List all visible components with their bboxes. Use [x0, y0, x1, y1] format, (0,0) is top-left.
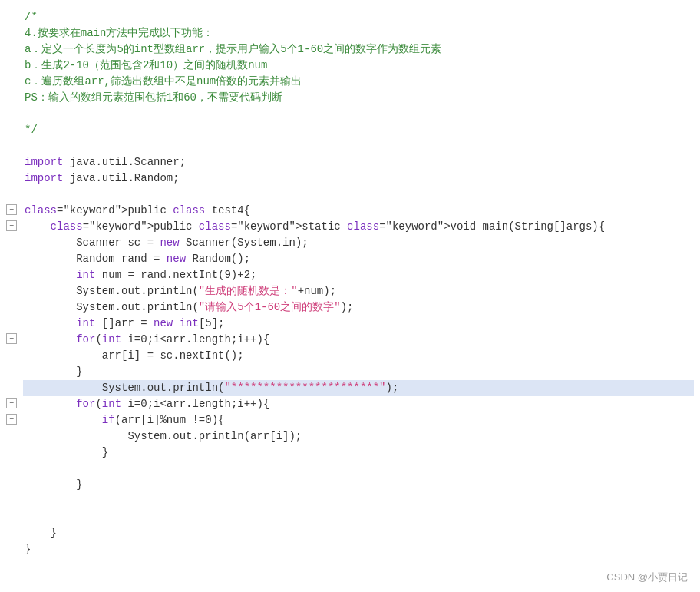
watermark: CSDN @小贾日记: [606, 570, 688, 585]
code-line: [23, 106, 694, 122]
code-line: System.out.println("生成的随机数是："+num);: [23, 283, 694, 299]
line-content: System.out.println("********************…: [25, 380, 398, 396]
code-line: }: [23, 525, 694, 541]
code-line: }: [23, 477, 694, 493]
code-line: 4.按要求在main方法中完成以下功能：: [23, 25, 694, 41]
line-content: class="keyword">public class test4{: [25, 203, 250, 219]
line-content: arr[i] = sc.nextInt();: [25, 348, 244, 364]
fold-indicator[interactable]: −: [6, 220, 17, 231]
code-line: arr[i] = sc.nextInt();: [23, 348, 694, 364]
code-line: − if(arr[i]%num !=0){: [23, 412, 694, 428]
line-content: PS：输入的数组元素范围包括1和60，不需要代码判断: [25, 90, 282, 106]
line-content: System.out.println(arr[i]);: [25, 428, 302, 445]
code-line: −class="keyword">public class test4{: [23, 203, 694, 219]
code-line: import java.util.Scanner;: [23, 154, 694, 170]
line-content: class="keyword">public class="keyword">s…: [25, 219, 605, 235]
code-line: import java.util.Random;: [23, 170, 694, 187]
code-line: System.out.println("请输入5个1-60之间的数字");: [23, 299, 694, 316]
fold-indicator[interactable]: −: [6, 204, 17, 215]
code-line: */: [23, 122, 694, 138]
code-line: [23, 509, 694, 525]
fold-indicator[interactable]: −: [6, 333, 17, 344]
code-line: c．遍历数组arr,筛选出数组中不是num倍数的元素并输出: [23, 74, 694, 90]
code-line: }: [23, 445, 694, 461]
code-line: int num = rand.nextInt(9)+2;: [23, 267, 694, 283]
code-line: }: [23, 541, 694, 557]
line-content: }: [25, 525, 57, 541]
code-line: System.out.println("********************…: [23, 380, 694, 396]
line-content: for(int i=0;i<arr.length;i++){: [25, 332, 269, 348]
code-container: /*4.按要求在main方法中完成以下功能：a．定义一个长度为5的int型数组a…: [0, 0, 700, 592]
line-content: for(int i=0;i<arr.length;i++){: [25, 396, 269, 412]
line-content: c．遍历数组arr,筛选出数组中不是num倍数的元素并输出: [25, 74, 302, 90]
code-line: − for(int i=0;i<arr.length;i++){: [23, 396, 694, 412]
line-content: */: [25, 122, 38, 138]
code-line: int []arr = new int[5];: [23, 316, 694, 332]
line-content: System.out.println("请输入5个1-60之间的数字");: [25, 299, 353, 316]
line-content: Random rand = new Random();: [25, 251, 250, 267]
line-content: System.out.println("生成的随机数是："+num);: [25, 283, 336, 299]
line-content: }: [25, 477, 83, 493]
line-content: int []arr = new int[5];: [25, 316, 225, 332]
line-content: /*: [25, 9, 38, 25]
code-line: b．生成2-10（范围包含2和10）之间的随机数num: [23, 58, 694, 74]
code-line: Scanner sc = new Scanner(System.in);: [23, 235, 694, 251]
code-line: System.out.println(arr[i]);: [23, 428, 694, 445]
line-content: }: [25, 364, 83, 380]
line-content: a．定义一个长度为5的int型数组arr，提示用户输入5个1-60之间的数字作为…: [25, 41, 441, 58]
code-line: [23, 461, 694, 477]
code-line: }: [23, 364, 694, 380]
line-content: }: [25, 445, 108, 461]
fold-indicator[interactable]: −: [6, 414, 17, 425]
code-line: − for(int i=0;i<arr.length;i++){: [23, 332, 694, 348]
code-line: − class="keyword">public class="keyword"…: [23, 219, 694, 235]
code-line: [23, 138, 694, 154]
line-content: import java.util.Scanner;: [25, 154, 186, 170]
line-content: if(arr[i]%num !=0){: [25, 412, 224, 428]
code-line: /*: [23, 9, 694, 25]
line-content: }: [25, 541, 31, 557]
line-content: import java.util.Random;: [25, 170, 180, 187]
line-content: Scanner sc = new Scanner(System.in);: [25, 235, 309, 251]
code-line: a．定义一个长度为5的int型数组arr，提示用户输入5个1-60之间的数字作为…: [23, 41, 694, 58]
fold-indicator[interactable]: −: [6, 398, 17, 408]
code-line: Random rand = new Random();: [23, 251, 694, 267]
code-line: [23, 493, 694, 509]
line-content: 4.按要求在main方法中完成以下功能：: [25, 25, 213, 41]
code-area: /*4.按要求在main方法中完成以下功能：a．定义一个长度为5的int型数组a…: [0, 6, 700, 561]
line-content: int num = rand.nextInt(9)+2;: [25, 267, 256, 283]
code-line: [23, 187, 694, 203]
code-line: PS：输入的数组元素范围包括1和60，不需要代码判断: [23, 90, 694, 106]
line-content: b．生成2-10（范围包含2和10）之间的随机数num: [25, 58, 267, 74]
